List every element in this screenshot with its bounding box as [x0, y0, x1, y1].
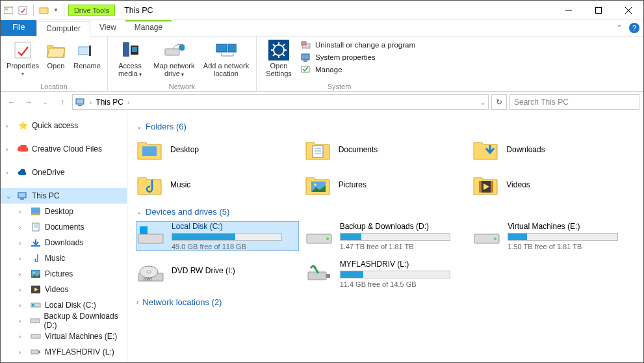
svg-point-71 [494, 237, 496, 240]
sidebar-item-backup-d[interactable]: ›Backup & Downloads (D:) [1, 313, 127, 329]
drive-local-c[interactable]: Local Disk (C:) 49.0 GB free of 118 GB [136, 222, 298, 250]
svg-rect-49 [31, 334, 40, 338]
tab-computer[interactable]: Computer [36, 21, 90, 36]
app-icon [3, 5, 14, 16]
drive-flash-l[interactable]: MYFLASHDRIV (L:) 11.4 GB free of 14.5 GB [305, 260, 467, 288]
maximize-button[interactable] [584, 1, 613, 20]
open-button[interactable]: Open [42, 38, 70, 71]
chevron-right-icon[interactable]: › [90, 99, 92, 106]
up-button[interactable]: ↑ [55, 95, 70, 109]
sidebar-item-quick-access[interactable]: ›⭐Quick access [1, 118, 127, 133]
sidebar-item-creative-cloud[interactable]: ›Creative Cloud Files [1, 141, 127, 157]
back-button[interactable]: ← [5, 95, 19, 109]
tab-view[interactable]: View [90, 20, 125, 36]
folder-documents[interactable]: Documents [305, 137, 467, 163]
chevron-down-icon: ⌄ [136, 123, 142, 130]
section-header-folders[interactable]: ⌄Folders (6) [136, 122, 634, 131]
pc-icon [75, 97, 86, 107]
qat-new-folder-icon[interactable] [39, 5, 49, 16]
contextual-tab-drive-tools[interactable]: Drive Tools [68, 5, 115, 16]
svg-rect-34 [78, 105, 82, 106]
folder-pictures[interactable]: Pictures [305, 172, 467, 198]
svg-rect-3 [40, 8, 48, 14]
address-bar[interactable]: › This PC › ⌄ [72, 94, 489, 110]
drive-vm-e[interactable]: Virtual Machines (E:) 1.50 TB free of 1.… [472, 222, 634, 250]
sidebar-item-pictures[interactable]: ›Pictures [1, 266, 127, 282]
access-media-button[interactable]: Access media [112, 38, 148, 80]
settings-gear-icon [268, 40, 289, 60]
recent-dropdown[interactable]: ⌄ [38, 95, 53, 109]
svg-rect-5 [596, 7, 602, 13]
main-area: ›⭐Quick access ›Creative Cloud Files ›On… [1, 113, 643, 362]
folder-music[interactable]: Music [136, 172, 298, 198]
sidebar-item-downloads[interactable]: ›Downloads [1, 235, 127, 250]
videos-icon [31, 284, 41, 295]
documents-icon [31, 222, 41, 232]
drive-free-text: 1.47 TB free of 1.81 TB [340, 243, 455, 250]
tab-manage[interactable]: Manage [125, 20, 172, 36]
svg-rect-8 [15, 42, 31, 58]
uninstall-program-link[interactable]: Uninstall or change a program [301, 40, 415, 50]
add-network-location-button[interactable]: Add a network location [200, 38, 252, 79]
address-dropdown-icon[interactable]: ⌄ [480, 99, 485, 106]
properties-button[interactable]: Properties ▾ [5, 38, 41, 78]
ribbon-group-location: Properties ▾ Open Rename Location [1, 36, 108, 91]
map-drive-icon [164, 40, 185, 60]
sidebar-item-desktop[interactable]: ›Desktop [1, 204, 127, 219]
desktop-folder-icon [136, 137, 162, 162]
documents-folder-icon [305, 137, 331, 162]
sidebar-item-vm-e[interactable]: ›Virtual Machines (E:) [1, 329, 127, 344]
close-button[interactable] [613, 1, 643, 20]
drive-dvd[interactable]: DVD DVD RW Drive (I:) [136, 260, 298, 288]
map-drive-label: Map network drive [149, 62, 199, 79]
music-folder-icon [136, 172, 162, 197]
folder-desktop[interactable]: Desktop [136, 137, 298, 163]
chevron-right-icon: › [136, 299, 138, 306]
manage-link[interactable]: Manage [301, 64, 415, 75]
sidebar-item-this-pc[interactable]: ⌄This PC [1, 188, 127, 204]
sidebar-item-local-disk-c[interactable]: ›Local Disk (C:) [1, 297, 127, 313]
sidebar-item-flash-l[interactable]: ›MYFLASHDRIV (L:) [1, 344, 127, 360]
folder-videos[interactable]: Videos [472, 172, 634, 198]
qat-dropdown-icon[interactable]: ▼ [53, 7, 58, 13]
ribbon-group-network: Access media Map network drive Add a net… [108, 36, 257, 91]
capacity-bar [340, 233, 450, 241]
chevron-right-icon[interactable]: › [127, 99, 129, 106]
ribbon: Properties ▾ Open Rename Location Access… [1, 36, 643, 92]
svg-text:DVD: DVD [144, 277, 152, 281]
open-settings-label: Open Settings [261, 62, 297, 77]
address-location[interactable]: This PC [96, 98, 123, 107]
qat-properties-icon[interactable] [18, 5, 28, 16]
minimize-button[interactable] [554, 1, 584, 20]
svg-rect-35 [18, 193, 26, 198]
svg-rect-76 [308, 272, 326, 280]
sidebar-item-documents[interactable]: ›Documents [1, 219, 127, 235]
refresh-button[interactable]: ↻ [491, 94, 507, 110]
ribbon-tabs: File Computer View Manage ⌃ ? [1, 20, 643, 36]
add-location-label: Add a network location [200, 62, 252, 77]
rename-button[interactable]: Rename [71, 38, 103, 71]
drive-name: MYFLASHDRIV (L:) [340, 260, 455, 269]
sidebar-item-videos[interactable]: ›Videos [1, 282, 127, 297]
folder-downloads[interactable]: Downloads [472, 137, 634, 163]
search-input[interactable]: Search This PC [509, 94, 639, 110]
drive-backup-d[interactable]: Backup & Downloads (D:) 1.47 TB free of … [305, 222, 467, 250]
svg-rect-50 [31, 350, 38, 354]
usb-drive-icon [305, 260, 333, 286]
open-settings-button[interactable]: Open Settings [261, 38, 297, 79]
section-header-drives[interactable]: ⌄Devices and drives (5) [136, 207, 634, 217]
forward-button[interactable]: → [21, 95, 36, 109]
sidebar-item-onedrive[interactable]: ›OneDrive [1, 165, 127, 180]
minimize-ribbon-icon[interactable]: ⌃ [616, 23, 623, 33]
sidebar-item-music[interactable]: ›Music [1, 250, 127, 266]
system-properties-link[interactable]: System properties [301, 52, 415, 62]
svg-rect-1 [5, 8, 8, 10]
access-media-label: Access media [112, 62, 148, 79]
tab-file[interactable]: File [1, 20, 36, 36]
map-drive-button[interactable]: Map network drive [149, 38, 199, 80]
svg-rect-17 [228, 44, 237, 52]
section-header-network[interactable]: ›Network locations (2) [136, 297, 634, 307]
help-icon[interactable]: ? [629, 23, 639, 33]
hdd-icon [472, 222, 501, 248]
svg-rect-53 [313, 146, 323, 157]
